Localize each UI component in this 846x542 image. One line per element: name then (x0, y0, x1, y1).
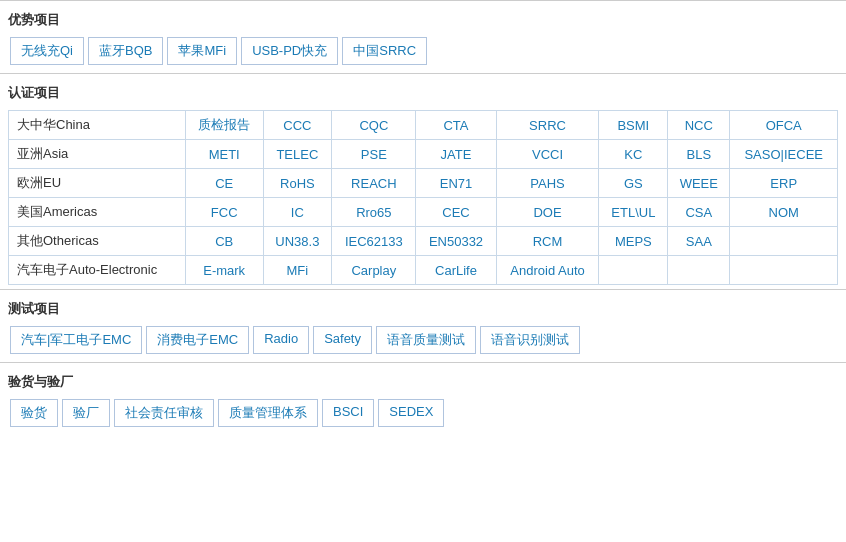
cert-row-label: 大中华China (9, 111, 186, 140)
cert-tag[interactable]: NOM (730, 198, 838, 227)
cert-row-label: 美国Americas (9, 198, 186, 227)
cert-tag[interactable]: RCM (496, 227, 599, 256)
cert-tag[interactable]: WEEE (668, 169, 730, 198)
cert-tag[interactable]: PSE (332, 140, 416, 169)
cert-tag[interactable]: EN71 (416, 169, 496, 198)
cert-tag[interactable]: SASO|IECEE (730, 140, 838, 169)
cert-row-label: 汽车电子Auto-Electronic (9, 256, 186, 285)
cert-row: 大中华China质检报告CCCCQCCTASRRCBSMINCCOFCA (9, 111, 838, 140)
cert-tag[interactable]: CEC (416, 198, 496, 227)
certifications-section: 认证项目 大中华China质检报告CCCCQCCTASRRCBSMINCCOFC… (0, 73, 846, 289)
advantages-title: 优势项目 (8, 7, 838, 35)
cert-tag[interactable]: TELEC (263, 140, 332, 169)
cert-row-label: 其他Othericas (9, 227, 186, 256)
cert-tag[interactable]: OFCA (730, 111, 838, 140)
inspection-tag[interactable]: SEDEX (378, 399, 444, 427)
testing-tag[interactable]: Radio (253, 326, 309, 354)
inspection-tag[interactable]: 社会责任审核 (114, 399, 214, 427)
cert-tag (730, 256, 838, 285)
cert-tag[interactable]: CSA (668, 198, 730, 227)
cert-tag[interactable]: CarLife (416, 256, 496, 285)
advantages-tags: 无线充Qi蓝牙BQB苹果MFiUSB-PD快充中国SRRC (8, 35, 838, 67)
cert-tag (668, 256, 730, 285)
cert-tag[interactable]: REACH (332, 169, 416, 198)
cert-row: 其他OthericasCBUN38.3IEC62133EN50332RCMMEP… (9, 227, 838, 256)
advantage-tag[interactable]: 苹果MFi (167, 37, 237, 65)
cert-tag[interactable]: IC (263, 198, 332, 227)
inspection-tag[interactable]: 质量管理体系 (218, 399, 318, 427)
inspection-tag[interactable]: 验厂 (62, 399, 110, 427)
cert-row: 汽车电子Auto-ElectronicE-markMFiCarplayCarLi… (9, 256, 838, 285)
cert-row-label: 欧洲EU (9, 169, 186, 198)
cert-tag[interactable]: FCC (185, 198, 263, 227)
inspection-title: 验货与验厂 (8, 369, 838, 397)
cert-tag[interactable]: CB (185, 227, 263, 256)
cert-tag[interactable]: CE (185, 169, 263, 198)
cert-tag[interactable]: Rro65 (332, 198, 416, 227)
cert-tag[interactable]: 质检报告 (185, 111, 263, 140)
cert-tag[interactable]: Android Auto (496, 256, 599, 285)
testing-tag[interactable]: 语音识别测试 (480, 326, 580, 354)
cert-row: 亚洲AsiaMETITELECPSEJATEVCCIKCBLSSASO|IECE… (9, 140, 838, 169)
cert-tag[interactable]: CQC (332, 111, 416, 140)
inspection-tag[interactable]: BSCI (322, 399, 374, 427)
testing-tag[interactable]: 消费电子EMC (146, 326, 249, 354)
cert-tag[interactable]: Carplay (332, 256, 416, 285)
cert-row: 美国AmericasFCCICRro65CECDOEETL\ULCSANOM (9, 198, 838, 227)
advantage-tag[interactable]: 无线充Qi (10, 37, 84, 65)
testing-section: 测试项目 汽车|军工电子EMC消费电子EMCRadioSafety语音质量测试语… (0, 289, 846, 362)
advantage-tag[interactable]: USB-PD快充 (241, 37, 338, 65)
cert-tag[interactable]: MEPS (599, 227, 668, 256)
cert-tag[interactable]: SRRC (496, 111, 599, 140)
cert-tag[interactable]: VCCI (496, 140, 599, 169)
cert-tag[interactable]: CCC (263, 111, 332, 140)
cert-table: 大中华China质检报告CCCCQCCTASRRCBSMINCCOFCA亚洲As… (8, 110, 838, 285)
testing-tag[interactable]: 汽车|军工电子EMC (10, 326, 142, 354)
inspection-tag[interactable]: 验货 (10, 399, 58, 427)
cert-tag[interactable]: METI (185, 140, 263, 169)
cert-tag[interactable]: DOE (496, 198, 599, 227)
inspection-tags: 验货验厂社会责任审核质量管理体系BSCISEDEX (8, 397, 838, 429)
cert-tag[interactable]: GS (599, 169, 668, 198)
inspection-section: 验货与验厂 验货验厂社会责任审核质量管理体系BSCISEDEX (0, 362, 846, 435)
cert-tag[interactable]: CTA (416, 111, 496, 140)
cert-tag[interactable]: ERP (730, 169, 838, 198)
cert-tag[interactable]: MFi (263, 256, 332, 285)
cert-tag[interactable]: NCC (668, 111, 730, 140)
cert-tag[interactable]: KC (599, 140, 668, 169)
cert-tag[interactable]: E-mark (185, 256, 263, 285)
cert-tag (599, 256, 668, 285)
cert-tag[interactable]: BSMI (599, 111, 668, 140)
testing-tag[interactable]: Safety (313, 326, 372, 354)
cert-tag[interactable]: PAHS (496, 169, 599, 198)
cert-tag[interactable]: UN38.3 (263, 227, 332, 256)
cert-tag[interactable]: BLS (668, 140, 730, 169)
advantages-section: 优势项目 无线充Qi蓝牙BQB苹果MFiUSB-PD快充中国SRRC (0, 0, 846, 73)
testing-title: 测试项目 (8, 296, 838, 324)
cert-tag (730, 227, 838, 256)
cert-tag[interactable]: JATE (416, 140, 496, 169)
cert-tag[interactable]: EN50332 (416, 227, 496, 256)
cert-tag[interactable]: SAA (668, 227, 730, 256)
cert-tag[interactable]: ETL\UL (599, 198, 668, 227)
cert-row: 欧洲EUCERoHSREACHEN71PAHSGSWEEEERP (9, 169, 838, 198)
cert-tag[interactable]: RoHS (263, 169, 332, 198)
testing-tag[interactable]: 语音质量测试 (376, 326, 476, 354)
advantage-tag[interactable]: 蓝牙BQB (88, 37, 163, 65)
advantage-tag[interactable]: 中国SRRC (342, 37, 427, 65)
cert-tag[interactable]: IEC62133 (332, 227, 416, 256)
certifications-title: 认证项目 (8, 80, 838, 108)
testing-tags: 汽车|军工电子EMC消费电子EMCRadioSafety语音质量测试语音识别测试 (8, 324, 838, 356)
cert-row-label: 亚洲Asia (9, 140, 186, 169)
